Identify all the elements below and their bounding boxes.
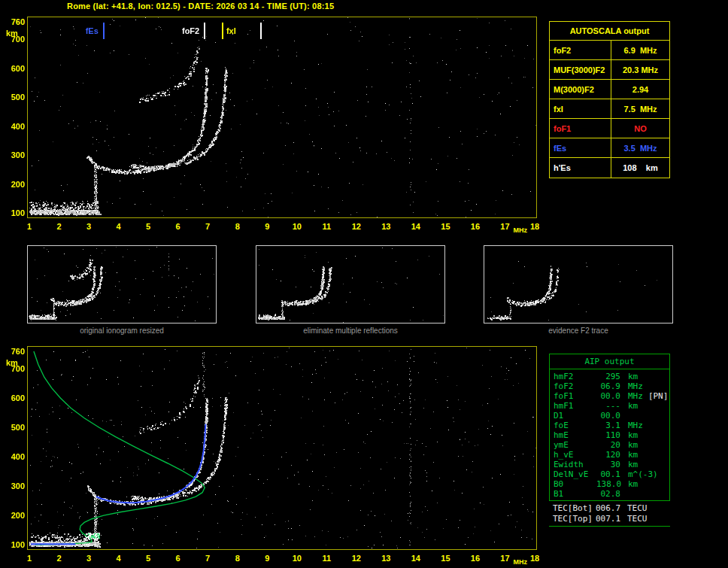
aip-row-label: foE (550, 421, 596, 430)
y-axis-tick-label: 600 (0, 393, 25, 402)
x-axis-tick-label: 12 (347, 554, 366, 563)
thumbnail-original-canvas (28, 246, 216, 323)
autoscala-row-label: fxI (550, 99, 611, 118)
aip-row-unit: km (620, 479, 638, 489)
aip-row-value: 110 (596, 430, 620, 440)
aip-tec-rows: TEC[Bot]006.7TECUTEC[Top]007.1TECU (549, 503, 670, 527)
x-axis-tick-label: 16 (466, 554, 484, 563)
aip-row: foF100.0MHz[PN] (550, 391, 669, 401)
aip-row-value: 138.0 (596, 479, 620, 489)
autoscala-output-table: AUTOSCALA output foF26.9 MHzMUF(3000)F22… (549, 21, 670, 178)
aip-row-value: 295 (596, 372, 620, 381)
autoscala-row: fxI7.5 MHz (550, 99, 669, 119)
aip-tec-label: TEC[Top] (549, 514, 596, 524)
fxI-marker-line (222, 23, 223, 39)
autoscala-row-value: 108 km (611, 158, 669, 178)
y-axis-tick-label: 300 (0, 481, 25, 491)
x-axis-unit-label: MHz (513, 557, 527, 566)
aip-row-label: Ewidth (550, 460, 596, 469)
y-axis-tick-label: 300 (0, 150, 25, 159)
autoscala-row-label: fEs (550, 138, 611, 157)
autoscala-row-value: 2.94 (611, 80, 669, 99)
x-axis-tick-label: 4 (110, 222, 128, 231)
x-axis-tick-label: 18 (526, 554, 544, 563)
aip-row-label: h_vE (550, 450, 596, 460)
aip-row-label: hmF2 (550, 372, 596, 381)
fxI-marker-label: fxI (226, 26, 236, 35)
autoscala-row-value: 3.5 MHz (611, 138, 669, 157)
aip-tec-row: TEC[Bot]006.7TECU (549, 503, 670, 514)
autoscala-row-value: 20.3 MHz (611, 60, 669, 79)
aip-tec-row: TEC[Top]007.1TECU (549, 514, 670, 524)
x-axis-tick-label: 5 (139, 554, 157, 563)
thumbnail-caption-eliminate: eliminate multiple reflections (256, 327, 445, 335)
aip-row-value: 00.0 (596, 391, 620, 401)
x-axis-tick-label: 2 (50, 222, 68, 231)
autoscala-row-value: NO (611, 119, 669, 138)
autoscala-table-header: AUTOSCALA output (550, 22, 669, 41)
autoscala-row: h'Es108 km (550, 158, 669, 178)
y-axis-tick-label: 100 (0, 208, 25, 217)
aip-table-header: AIP output (550, 354, 669, 369)
autoscala-row: MUF(3000)F220.3 MHz (550, 60, 669, 80)
autoscala-row-label: foF1 (550, 119, 611, 138)
aip-row-value: 00.0 (596, 411, 620, 421)
aip-row-label: hmF1 (550, 401, 596, 411)
x-axis-tick-label: 11 (317, 554, 335, 563)
y-axis-tick-label: 500 (0, 93, 25, 102)
y-axis-tick-label: 400 (0, 122, 25, 131)
foF2-marker-line (204, 23, 205, 39)
x-axis-tick-label: 14 (407, 554, 425, 563)
aip-row: hmF1---km (550, 401, 669, 411)
y-axis-unit-label: km (6, 358, 18, 367)
thumbnail-evidence-f2 (484, 245, 673, 323)
x-axis-tick-label: 9 (258, 222, 276, 231)
x-axis-tick-label: 8 (229, 222, 247, 231)
x-axis-tick-label: 6 (169, 222, 187, 231)
y-axis-tick-label: 760 (0, 17, 25, 26)
aip-row-unit: km (620, 460, 638, 469)
aip-row-unit (620, 489, 628, 499)
x-axis-unit-label: MHz (513, 226, 527, 235)
aip-tec-label: TEC[Bot] (549, 503, 596, 514)
x-axis-tick-label: 10 (288, 554, 306, 563)
aip-row: hmF2295km (550, 372, 669, 381)
x-axis-tick-label: 13 (377, 554, 395, 563)
autoscala-row-value: 6.9 MHz (611, 41, 669, 59)
x-axis-tick-label: 7 (199, 222, 217, 231)
x-axis-tick-label: 17 (496, 554, 514, 563)
x-axis-tick-label: 8 (229, 554, 247, 563)
autoscala-row: M(3000)F22.94 (550, 80, 669, 99)
autoscala-row-label: M(3000)F2 (550, 80, 611, 99)
aip-row-label: foF2 (550, 381, 596, 391)
aip-tec-value: 007.1 (596, 514, 620, 524)
y-axis-tick-label: 400 (0, 452, 25, 461)
x-axis-tick-label: 3 (80, 222, 98, 231)
aip-row: foE3.1MHz (550, 421, 669, 430)
thumbnail-evidence-canvas (484, 246, 672, 323)
aip-row-flag: [PN] (643, 391, 669, 401)
x-axis-tick-label: 15 (436, 222, 454, 231)
aip-row: DelN_vE00.1m^(-3) (550, 469, 669, 479)
x-axis-tick-label: 15 (436, 554, 454, 563)
aip-row-value: 3.1 (596, 421, 620, 430)
x-axis-tick-label: 6 (169, 554, 187, 563)
aip-main-box: AIP output hmF2295kmfoF206.9MHzfoF100.0M… (549, 354, 670, 501)
autoscala-row: foF1NO (550, 119, 669, 138)
aip-row: B0138.0km (550, 479, 669, 489)
aip-tec-value: 006.7 (596, 503, 620, 514)
y-axis-tick-label: 760 (0, 347, 25, 356)
x-axis-tick-label: 10 (288, 222, 306, 231)
autoscala-row-label: h'Es (550, 158, 611, 178)
x-axis-tick-label: 18 (526, 222, 544, 231)
aip-row-unit: MHz (620, 421, 643, 430)
aip-row-value: 06.9 (596, 381, 620, 391)
aip-row-label: B1 (550, 489, 596, 499)
aip-row-label: ymE (550, 440, 596, 450)
x-axis-tick-label: 11 (317, 222, 335, 231)
x-axis-tick-label: 5 (139, 222, 157, 231)
aip-row-value: 30 (596, 460, 620, 469)
aip-tec-unit: TECU (620, 503, 648, 514)
autoscala-row-value: 7.5 MHz (611, 99, 669, 118)
thumbnail-caption-original: original ionogram resized (27, 327, 217, 335)
